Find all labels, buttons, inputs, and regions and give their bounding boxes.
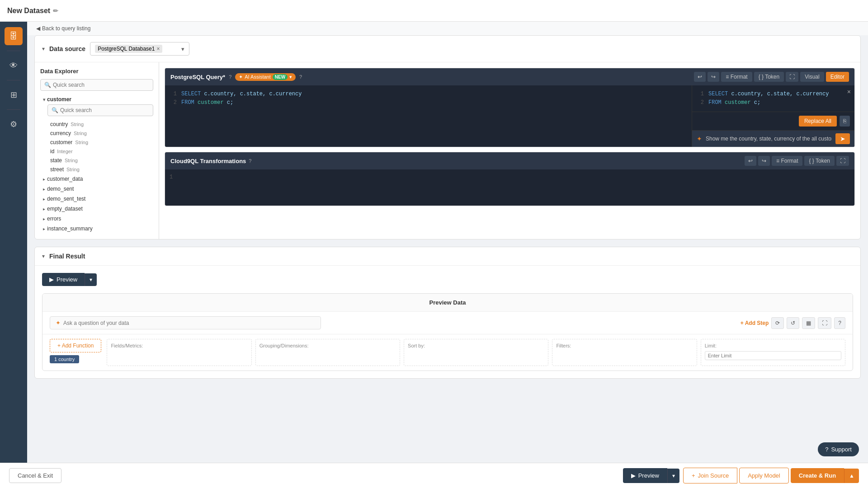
query-toolbar: ↩ ↪ ≡ Format (694, 72, 849, 82)
tree-item-errors[interactable]: ▸ errors (40, 214, 153, 224)
ai-close-icon[interactable]: × (847, 88, 851, 95)
ai-assistant-badge[interactable]: ✦ AI Assistant NEW ▾ (235, 73, 296, 81)
datasource-select[interactable]: PostgreSQL Database1 × ▾ (90, 42, 189, 56)
undo-button[interactable]: ↩ (694, 72, 706, 82)
content-area: ◀ Back to query listing ▾ Data source Po… (27, 22, 868, 488)
join-source-plus-icon: + (692, 472, 695, 479)
fullscreen-icon-btn[interactable]: ⛶ (818, 317, 831, 329)
search-icon-1: 🔍 (44, 82, 51, 88)
tree-item-empty-dataset[interactable]: ▸ empty_dataset (40, 204, 153, 214)
field-item-country[interactable]: country String (40, 120, 153, 129)
tree-chevron-demo-sent: ▸ (43, 187, 45, 192)
cloud9-expand-button[interactable]: ⛶ (836, 156, 849, 166)
field-item-street[interactable]: street String (40, 165, 153, 174)
query-panel-header: PostgreSQL Query* ? ✦ AI Assistant NEW ▾… (165, 68, 854, 85)
explorer-editor-container: Data Explorer 🔍 ▾ customer (35, 62, 860, 239)
editor-button[interactable]: Editor (826, 72, 849, 82)
token-button[interactable]: { } Token (754, 72, 784, 82)
bottom-right-actions: ▶ Preview ▾ + Join Source Apply Model Cr… (623, 468, 859, 483)
add-step-button[interactable]: + Add Step (741, 320, 769, 326)
cloud9ql-editor[interactable]: 1 (165, 169, 854, 206)
field-item-id[interactable]: id Integer (40, 147, 153, 156)
preview-chevron-button[interactable]: ▾ (85, 273, 97, 286)
tree-item-demo-sent[interactable]: ▸ demo_sent (40, 184, 153, 194)
query-help-icon[interactable]: ? (229, 74, 231, 80)
data-explorer-panel: Data Explorer 🔍 ▾ customer (35, 62, 159, 239)
bottom-bar: Cancel & Exit ▶ Preview ▾ + Join Source … (0, 463, 868, 488)
tree-item-demo-sent-test[interactable]: ▸ demo_sent_test (40, 194, 153, 204)
search-input-1[interactable] (53, 82, 149, 88)
datasource-remove-icon[interactable]: × (156, 46, 160, 52)
search-box-1[interactable]: 🔍 (40, 79, 153, 91)
chart-icon-btn[interactable]: ▦ (802, 317, 815, 329)
sql-main-editor[interactable]: 1 SELECT c.country, c.state, c.currency … (165, 85, 692, 147)
ai-question-field[interactable] (63, 320, 315, 326)
edit-icon[interactable]: ✏ (53, 7, 58, 14)
ai-sql-line-1: 1 SELECT c.country, c.state, c.currency (697, 90, 850, 99)
sidebar-item-eye[interactable]: 👁 (5, 56, 23, 75)
add-function-button[interactable]: + Add Function (50, 339, 101, 352)
sidebar-item-database[interactable]: 🗄 (5, 27, 23, 45)
cancel-exit-button[interactable]: Cancel & Exit (9, 468, 61, 483)
redo-button[interactable]: ↪ (708, 72, 719, 82)
search-box-2[interactable]: 🔍 (47, 104, 153, 116)
data-explorer-title: Data Explorer (40, 68, 153, 75)
datasource-chevron-icon: ▾ (181, 46, 184, 52)
search-input-2[interactable] (60, 107, 149, 113)
cloud9-redo-button[interactable]: ↪ (758, 156, 770, 166)
reset-icon-btn[interactable]: ↺ (787, 317, 799, 329)
back-link[interactable]: ◀ Back to query listing (27, 22, 868, 35)
field-item-customer[interactable]: customer String (40, 138, 153, 147)
cloud9-format-button[interactable]: ≡ Format (772, 156, 802, 166)
bottom-preview-button[interactable]: ▶ Preview (623, 468, 667, 483)
datasource-name: PostgreSQL Database1 (98, 46, 155, 52)
ai-text-input[interactable] (706, 136, 832, 142)
bottom-preview-chevron-button[interactable]: ▾ (667, 469, 679, 483)
join-source-button[interactable]: + Join Source (683, 468, 737, 483)
apply-model-button[interactable]: Apply Model (739, 468, 789, 483)
ai-send-button[interactable]: ➤ (835, 133, 850, 144)
tree-label-demo-sent: demo_sent (47, 186, 74, 192)
page-title-container: New Dataset ✏ (7, 7, 58, 15)
ai-question-input[interactable]: ✦ (50, 316, 321, 329)
field-item-currency[interactable]: currency String (40, 129, 153, 138)
help-icon-btn[interactable]: ? (834, 317, 845, 329)
visual-button[interactable]: Visual (800, 72, 824, 82)
fields-metrics-group: Fields/Metrics: (107, 339, 251, 366)
redo-icon: ↪ (711, 74, 716, 80)
field-item-state[interactable]: state String (40, 156, 153, 165)
cloud9-expand-icon: ⛶ (840, 158, 845, 164)
ai-help-icon[interactable]: ? (299, 74, 302, 80)
country-field-tag[interactable]: 1 country (50, 355, 79, 363)
cloud9ql-title: Cloud9QL Transformations (170, 158, 246, 164)
limit-input[interactable] (705, 351, 841, 360)
cloud9ql-panel: Cloud9QL Transformations ? ↩ ↪ (165, 152, 855, 206)
sidebar-item-gear[interactable]: ⚙ (5, 115, 23, 133)
bottom-preview-play-icon: ▶ (631, 472, 636, 479)
replace-all-button[interactable]: Replace All (799, 116, 837, 127)
limit-group: Limit: (701, 339, 845, 366)
expand-button[interactable]: ⛶ (786, 72, 798, 82)
final-result-collapse-icon[interactable]: ▾ (42, 253, 45, 259)
fields-metrics-label: Fields/Metrics: (111, 343, 247, 348)
cloud9ql-help-icon[interactable]: ? (249, 158, 251, 164)
tree-item-instance-summary[interactable]: ▸ instance_summary (40, 224, 153, 234)
preview-play-icon: ▶ (49, 276, 54, 283)
copy-button[interactable]: ⎘ (840, 116, 850, 127)
create-run-button[interactable]: Create & Run (791, 468, 844, 483)
tree-chevron-customer-data: ▸ (43, 177, 45, 182)
sidebar-item-table[interactable]: ⊞ (5, 86, 23, 104)
tree-item-customer-data[interactable]: ▸ customer_data (40, 174, 153, 184)
preview-button[interactable]: ▶ Preview (42, 273, 85, 286)
support-button[interactable]: ? Support (818, 442, 859, 456)
refresh-icon-btn[interactable]: ⟳ (771, 317, 784, 329)
create-run-chevron-button[interactable]: ▲ (844, 469, 859, 483)
format-button[interactable]: ≡ Format (721, 72, 752, 82)
sort-by-group: Sort by: (404, 339, 548, 366)
tree-item-customer[interactable]: ▾ customer (40, 94, 153, 104)
tree-chevron-demo-sent-test: ▸ (43, 197, 45, 202)
cloud9-undo-button[interactable]: ↩ (745, 156, 756, 166)
collapse-icon[interactable]: ▾ (42, 46, 45, 52)
sql-editor-body: 1 SELECT c.country, c.state, c.currency … (165, 85, 854, 147)
cloud9-token-button[interactable]: { } Token (804, 156, 835, 166)
